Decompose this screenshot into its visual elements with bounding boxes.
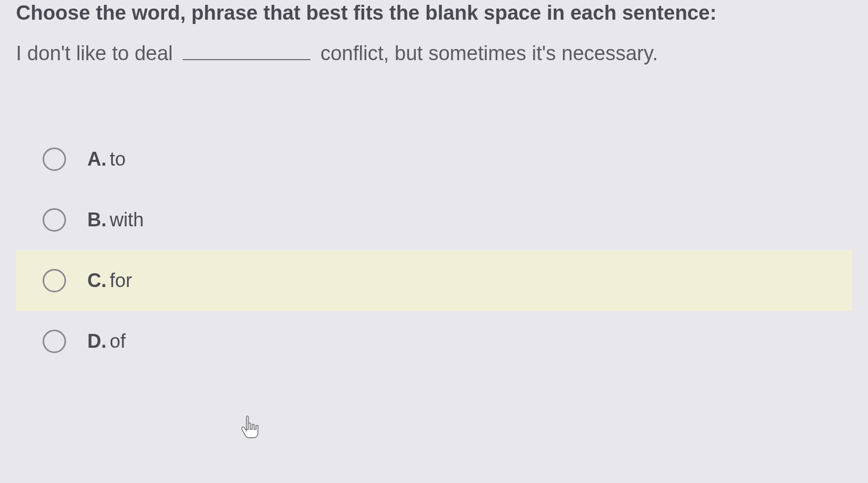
radio-a[interactable] — [43, 148, 66, 171]
option-d[interactable]: D. of — [16, 311, 852, 372]
option-b[interactable]: B. with — [16, 190, 852, 250]
option-c[interactable]: C. for — [16, 250, 852, 311]
sentence-after: conflict, but sometimes it's necessary. — [321, 42, 658, 64]
option-text: for — [110, 269, 132, 292]
option-a[interactable]: A. to — [16, 129, 852, 190]
question-sentence: I don't like to deal conflict, but somet… — [16, 42, 852, 129]
quiz-container: Choose the word, phrase that best fits t… — [0, 0, 868, 372]
options-list: A. to B. with C. for D. of — [16, 129, 852, 372]
instruction-text: Choose the word, phrase that best fits t… — [16, 0, 852, 42]
option-letter: B. — [87, 209, 107, 231]
option-letter: C. — [87, 269, 107, 292]
pointer-cursor-icon — [240, 415, 261, 443]
radio-b[interactable] — [43, 208, 66, 232]
option-text: to — [110, 148, 126, 170]
option-text: of — [110, 330, 126, 353]
blank-space — [183, 59, 310, 60]
radio-c[interactable] — [43, 269, 66, 292]
sentence-before: I don't like to deal — [16, 42, 173, 64]
option-text: with — [110, 209, 144, 231]
radio-d[interactable] — [43, 330, 66, 353]
option-letter: D. — [87, 330, 107, 353]
option-letter: A. — [87, 148, 107, 170]
